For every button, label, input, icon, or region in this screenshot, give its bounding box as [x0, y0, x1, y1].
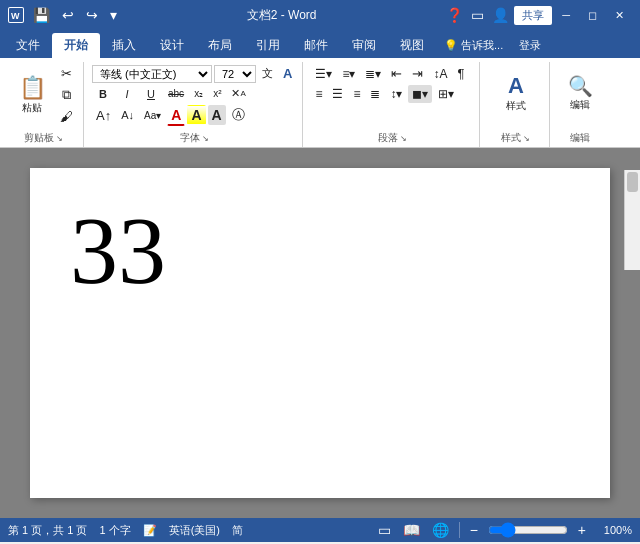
ribbon-body: 📋 粘贴 ✂ ⧉ 🖌 剪贴板 ↘ 等线 (中文正文): [0, 58, 640, 148]
superscript-btn[interactable]: x²: [209, 86, 225, 101]
font-row1: 等线 (中文正文) 72 8101214 16182024 28364872 文…: [92, 64, 296, 83]
tab-design[interactable]: 设计: [148, 33, 196, 58]
justify-btn[interactable]: ≣: [366, 85, 384, 103]
tab-home[interactable]: 开始: [52, 33, 100, 58]
zoom-level[interactable]: 100%: [596, 524, 632, 536]
minimize-btn[interactable]: ─: [554, 7, 578, 23]
font-group-content: 等线 (中文正文) 72 8101214 16182024 28364872 文…: [92, 64, 296, 129]
status-bar: 第 1 页，共 1 页 1 个字 📝 英语(美国) 简 ▭ 📖 🌐 − + 10…: [0, 518, 640, 542]
size-up-btn[interactable]: A↑: [92, 106, 115, 125]
styles-expand-icon[interactable]: ↘: [523, 134, 530, 143]
font-shade-btn[interactable]: A: [208, 105, 226, 125]
highlight-btn[interactable]: A: [187, 105, 205, 125]
para-row2: ≡ ☰ ≡ ≣ ↕▾ ◼▾ ⊞▾: [311, 85, 473, 103]
view-web-btn[interactable]: 🌐: [430, 522, 451, 538]
document-content[interactable]: 33: [70, 198, 570, 304]
save-quick-btn[interactable]: 💾: [30, 7, 53, 23]
view-read-btn[interactable]: 📖: [401, 522, 422, 538]
shading-btn[interactable]: ◼▾: [408, 85, 432, 103]
paragraph-group-label: 段落 ↘: [311, 131, 473, 145]
view-print-btn[interactable]: ▭: [376, 522, 393, 538]
increase-indent-btn[interactable]: ⇥: [408, 64, 427, 83]
font-row3: A↑ A↓ Aa▾ A A A Ⓐ: [92, 104, 296, 126]
title-bar-title: 文档2 - Word: [120, 7, 443, 24]
styles-group-label: 样式 ↘: [488, 131, 543, 145]
paragraph-group: ☰▾ ≡▾ ≣▾ ⇤ ⇥ ↕A ¶ ≡ ☰ ≡ ≣ ↕▾ ◼▾ ⊞▾: [305, 62, 480, 147]
font-group: 等线 (中文正文) 72 8101214 16182024 28364872 文…: [86, 62, 303, 147]
underline-btn[interactable]: U: [140, 86, 162, 102]
ribbon-display-btn[interactable]: ▭: [468, 7, 487, 23]
editing-search-btn[interactable]: 🔍 编辑: [558, 64, 602, 122]
redo-quick-btn[interactable]: ↪: [83, 7, 101, 23]
tab-layout[interactable]: 布局: [196, 33, 244, 58]
clear-format-btn[interactable]: ✕A: [227, 85, 249, 102]
scrollbar-thumb[interactable]: [627, 172, 638, 192]
italic-btn[interactable]: I: [116, 86, 138, 102]
font-group-label: 字体 ↘: [92, 131, 296, 145]
zoom-out-btn[interactable]: −: [468, 522, 480, 538]
language-indicator[interactable]: 英语(美国): [169, 523, 220, 538]
show-marks-btn[interactable]: ¶: [453, 64, 468, 83]
paste-label: 粘贴: [22, 101, 42, 115]
document-page[interactable]: 33: [30, 168, 610, 498]
clipboard-expand-icon[interactable]: ↘: [56, 134, 63, 143]
tab-references[interactable]: 引用: [244, 33, 292, 58]
font-decor-btn[interactable]: A: [279, 64, 296, 83]
tell-me-btn[interactable]: 💡 告诉我...: [436, 35, 511, 56]
signin-btn[interactable]: 登录: [511, 35, 549, 56]
ordered-list-btn[interactable]: ≡▾: [338, 65, 359, 83]
undo-quick-btn[interactable]: ↩: [59, 7, 77, 23]
sort-btn[interactable]: ↕A: [429, 65, 451, 83]
cut-btn[interactable]: ✂: [56, 64, 77, 83]
border-btn[interactable]: ⊞▾: [434, 85, 458, 103]
zoom-slider[interactable]: [488, 522, 568, 538]
styles-content: A 样式: [488, 64, 543, 129]
format-painter-btn[interactable]: 🖌: [56, 107, 77, 126]
align-right-btn[interactable]: ≡: [349, 85, 364, 103]
tab-file[interactable]: 文件: [4, 33, 52, 58]
align-left-btn[interactable]: ≡: [311, 85, 326, 103]
styles-a-icon: A: [508, 73, 524, 99]
styles-gallery-btn[interactable]: A 样式: [488, 64, 543, 122]
document-area: 33: [0, 148, 640, 518]
tab-view[interactable]: 视图: [388, 33, 436, 58]
clipboard-group-content: 📋 粘贴 ✂ ⧉ 🖌: [10, 64, 77, 129]
strikethrough-btn[interactable]: abc: [164, 86, 188, 101]
wensi-btn[interactable]: 文: [258, 64, 277, 83]
scrollbar-vertical[interactable]: [624, 170, 640, 270]
line-spacing-btn[interactable]: ↕▾: [386, 85, 406, 103]
size-down-btn[interactable]: A↓: [117, 107, 138, 123]
tab-review[interactable]: 审阅: [340, 33, 388, 58]
styles-label: 样式: [506, 99, 526, 113]
font-family-select[interactable]: 等线 (中文正文): [92, 65, 212, 83]
paragraph-controls: ☰▾ ≡▾ ≣▾ ⇤ ⇥ ↕A ¶ ≡ ☰ ≡ ≣ ↕▾ ◼▾ ⊞▾: [311, 64, 473, 103]
subscript-btn[interactable]: x₂: [190, 86, 207, 101]
font-size-select[interactable]: 72 8101214 16182024 28364872: [214, 65, 256, 83]
track-changes-indicator: 📝: [143, 524, 157, 537]
customize-quick-btn[interactable]: ▾: [107, 7, 120, 23]
page-info: 第 1 页，共 1 页: [8, 523, 87, 538]
change-case-btn[interactable]: Aa▾: [140, 108, 165, 123]
bold-btn[interactable]: B: [92, 86, 114, 102]
ribbon-tabs: 文件 开始 插入 设计 布局 引用 邮件 审阅 视图 💡 告诉我... 登录: [0, 30, 640, 58]
para-row1: ☰▾ ≡▾ ≣▾ ⇤ ⇥ ↕A ¶: [311, 64, 473, 83]
help-btn[interactable]: ❓: [443, 7, 466, 23]
align-center-btn[interactable]: ☰: [328, 85, 347, 103]
decrease-indent-btn[interactable]: ⇤: [387, 64, 406, 83]
font-circle-btn[interactable]: Ⓐ: [228, 104, 249, 126]
paragraph-expand-icon[interactable]: ↘: [400, 134, 407, 143]
font-color-btn[interactable]: A: [167, 105, 185, 126]
share-icon-btn[interactable]: 👤: [489, 7, 512, 23]
zoom-in-btn[interactable]: +: [576, 522, 588, 538]
tab-mailings[interactable]: 邮件: [292, 33, 340, 58]
status-divider: [459, 522, 460, 538]
unordered-list-btn[interactable]: ☰▾: [311, 65, 336, 83]
restore-btn[interactable]: ◻: [580, 7, 605, 24]
tab-insert[interactable]: 插入: [100, 33, 148, 58]
multilevel-list-btn[interactable]: ≣▾: [361, 65, 385, 83]
paste-btn[interactable]: 📋 粘贴: [10, 64, 54, 126]
font-expand-icon[interactable]: ↘: [202, 134, 209, 143]
copy-btn[interactable]: ⧉: [56, 85, 77, 105]
share-btn[interactable]: 共享: [514, 6, 552, 25]
close-btn[interactable]: ✕: [607, 7, 632, 24]
